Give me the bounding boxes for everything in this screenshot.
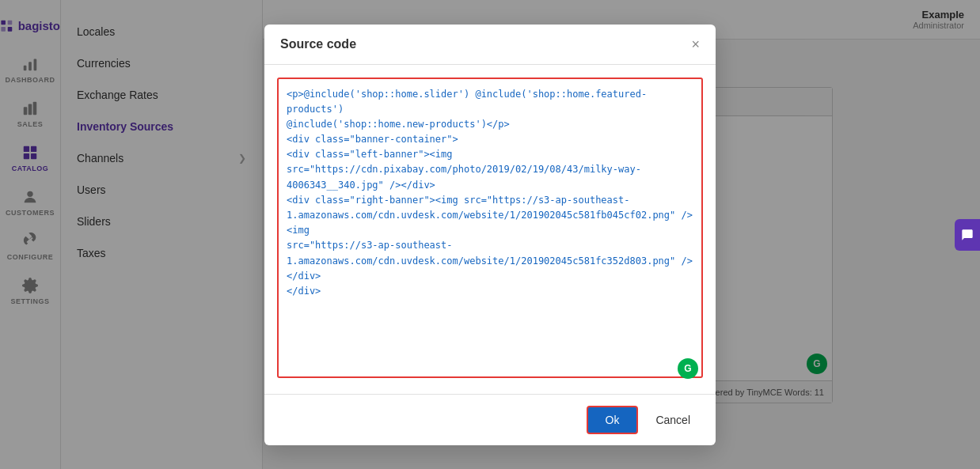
grammarly-icon-modal[interactable]: G — [678, 358, 698, 379]
cancel-button[interactable]: Cancel — [646, 407, 700, 433]
chat-icon — [961, 229, 974, 241]
source-code-modal: Source code × G Ok Cancel — [264, 25, 716, 445]
modal-overlay[interactable]: Source code × G Ok Cancel — [0, 0, 980, 469]
modal-footer: Ok Cancel — [264, 394, 716, 445]
chat-bubble[interactable] — [955, 219, 980, 251]
source-code-textarea[interactable] — [277, 78, 703, 378]
modal-header: Source code × — [264, 25, 716, 65]
modal-close-button[interactable]: × — [691, 37, 700, 51]
modal-body: G — [264, 65, 716, 394]
ok-button[interactable]: Ok — [587, 406, 639, 434]
modal-title: Source code — [280, 37, 356, 51]
